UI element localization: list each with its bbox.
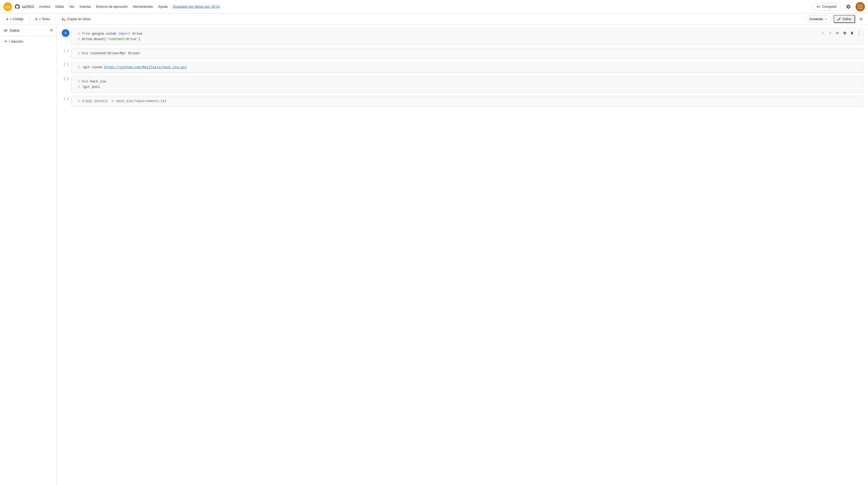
connect-label: Conectar bbox=[809, 17, 823, 21]
code-line: 1 from google.colab import drive bbox=[76, 31, 860, 37]
svg-point-7 bbox=[860, 6, 861, 7]
play-icon bbox=[64, 31, 67, 35]
separator2 bbox=[56, 17, 56, 22]
code-line: 2 drive.mount('/content/drive') bbox=[76, 37, 860, 42]
plus-text-icon: + bbox=[35, 17, 37, 21]
topbar-right: Compartir bbox=[812, 2, 865, 11]
cell-1-run-container: ⋮ 1 from google.colab import drive 2 dri… bbox=[61, 28, 864, 45]
svg-point-5 bbox=[861, 4, 863, 6]
cell-5-code[interactable]: 1 #!pip install -r hack_iia/requirements… bbox=[71, 96, 864, 107]
sidebar-title: Índice bbox=[10, 28, 20, 33]
colab-logo-icon: Co bbox=[3, 2, 12, 11]
run-circle bbox=[62, 29, 69, 37]
cell-4-bracket: [ ] bbox=[61, 76, 71, 81]
menu-ayuda[interactable]: Ayuda bbox=[156, 4, 170, 9]
cell-1-toolbar: ⋮ bbox=[820, 30, 863, 36]
menu-ver[interactable]: Ver bbox=[67, 4, 76, 9]
sidebar: Índice ✕ + + Sección bbox=[0, 25, 57, 485]
cell-2-content[interactable]: 1 %cd /content/drive/My\ Drive/ bbox=[71, 48, 864, 59]
move-down-icon bbox=[829, 31, 832, 35]
code-line: 1 %cd hack_iia bbox=[76, 79, 860, 85]
cell-1-content[interactable]: ⋮ 1 from google.colab import drive 2 dri… bbox=[71, 28, 864, 45]
cell-1-code[interactable]: 1 from google.colab import drive 2 drive… bbox=[71, 29, 864, 45]
svg-point-3 bbox=[858, 4, 860, 6]
menu-entorno[interactable]: Entorno de ejecución bbox=[94, 4, 130, 9]
topbar-menus: Archivo Editar Ver Insertar Entorno de e… bbox=[37, 4, 812, 9]
svg-point-9 bbox=[858, 7, 860, 9]
drive-icon bbox=[61, 17, 66, 21]
cell-3-bracket: [ ] bbox=[61, 62, 71, 67]
share-label: Compartir bbox=[822, 5, 837, 8]
cell-4-code[interactable]: 1 %cd hack_iia 2 !git pull bbox=[71, 76, 864, 93]
add-text-button[interactable]: + + Texto bbox=[32, 15, 53, 23]
cell-delete-button[interactable] bbox=[848, 30, 855, 36]
plus-code-icon: + bbox=[6, 17, 8, 21]
menu-insertar[interactable]: Insertar bbox=[78, 4, 93, 9]
add-code-button[interactable]: + + Código bbox=[3, 15, 27, 23]
save-info[interactable]: Guardado por última vez: 20:41 bbox=[173, 5, 220, 8]
run-cell-1-button[interactable] bbox=[61, 28, 70, 38]
svg-point-8 bbox=[862, 6, 863, 7]
svg-point-10 bbox=[860, 8, 861, 9]
share-button[interactable]: Compartir bbox=[812, 3, 841, 10]
code-line: 1 #!pip install -r hack_iia/requirements… bbox=[76, 99, 860, 104]
collapse-icon bbox=[859, 17, 863, 22]
pencil-icon bbox=[837, 17, 841, 21]
gear-icon bbox=[846, 4, 851, 9]
sidebar-title-container: Índice bbox=[3, 28, 20, 33]
svg-point-4 bbox=[860, 4, 861, 5]
link-icon bbox=[836, 31, 839, 35]
menu-editar[interactable]: Editar bbox=[53, 4, 66, 9]
svg-text:Co: Co bbox=[5, 5, 10, 9]
connect-button[interactable]: Conectar bbox=[805, 15, 832, 23]
add-section-button[interactable]: + + Sección bbox=[3, 38, 54, 44]
cell-2-wrapper: [ ] 1 %cd /content/drive/My\ Drive/ bbox=[57, 47, 868, 60]
settings-button[interactable] bbox=[844, 3, 852, 11]
topbar: Co ia2003 Archivo Editar Ver Insertar En… bbox=[0, 0, 868, 13]
add-code-label: + Código bbox=[10, 17, 24, 21]
cell-5-content[interactable]: 1 #!pip install -r hack_iia/requirements… bbox=[71, 96, 864, 107]
svg-point-6 bbox=[858, 6, 859, 7]
add-text-label: + Texto bbox=[39, 17, 50, 21]
notebook-area: ⋮ 1 from google.colab import drive 2 dri… bbox=[57, 25, 868, 485]
svg-point-11 bbox=[861, 7, 863, 9]
cell-2-bracket: [ ] bbox=[61, 48, 71, 53]
cell-1-wrapper: ⋮ 1 from google.colab import drive 2 dri… bbox=[57, 28, 868, 45]
share-link-icon bbox=[816, 5, 820, 9]
cell-link-button[interactable] bbox=[834, 30, 841, 36]
move-up-icon bbox=[821, 31, 825, 35]
cell-more-button[interactable]: ⋮ bbox=[856, 30, 863, 36]
avatar-image bbox=[856, 2, 865, 11]
cell-gear-icon bbox=[843, 31, 846, 35]
cell-4-wrapper: [ ] 1 %cd hack_iia 2 !git pull bbox=[57, 76, 868, 93]
github-icon bbox=[14, 4, 20, 9]
cell-3-code[interactable]: 1 !git clone https://github.com/MatiTail… bbox=[71, 62, 864, 73]
code-line: 1 !git clone https://github.com/MatiTail… bbox=[76, 65, 860, 70]
cell-move-down-button[interactable] bbox=[827, 30, 834, 36]
notebook-title: ia2003 bbox=[22, 4, 34, 9]
edit-button[interactable]: Editar bbox=[834, 15, 855, 23]
collapse-button[interactable] bbox=[857, 15, 865, 23]
menu-archivo[interactable]: Archivo bbox=[37, 4, 52, 9]
cell-settings-button[interactable] bbox=[841, 30, 848, 36]
cell-4-content[interactable]: 1 %cd hack_iia 2 !git pull bbox=[71, 76, 864, 93]
copy-drive-button[interactable]: Copiar en Drive bbox=[58, 15, 94, 23]
cell-3-wrapper: [ ] 1 !git clone https://github.com/Mati… bbox=[57, 61, 868, 74]
topbar-logo: Co ia2003 bbox=[3, 2, 34, 11]
code-line: 1 %cd /content/drive/My\ Drive/ bbox=[76, 51, 860, 56]
menu-herramientas[interactable]: Herramientas bbox=[131, 4, 155, 9]
cell-move-up-button[interactable] bbox=[820, 30, 827, 36]
sidebar-actions: + + Sección bbox=[0, 36, 57, 46]
second-bar-left: + + Código + + Texto Copiar en Drive bbox=[3, 15, 94, 23]
code-line: 2 !git pull bbox=[76, 85, 860, 90]
connect-chevron-icon bbox=[824, 17, 828, 21]
second-bar: + + Código + + Texto Copiar en Drive Con… bbox=[0, 13, 868, 25]
main-layout: Índice ✕ + + Sección bbox=[0, 25, 868, 485]
cell-3-content[interactable]: 1 !git clone https://github.com/MatiTail… bbox=[71, 62, 864, 73]
trash-icon bbox=[850, 31, 854, 35]
user-avatar[interactable] bbox=[856, 2, 865, 11]
sidebar-close-button[interactable]: ✕ bbox=[49, 27, 54, 33]
cell-2-code[interactable]: 1 %cd /content/drive/My\ Drive/ bbox=[71, 48, 864, 59]
cell-5-bracket: [ ] bbox=[61, 96, 71, 100]
add-section-label: + Sección bbox=[8, 39, 23, 43]
